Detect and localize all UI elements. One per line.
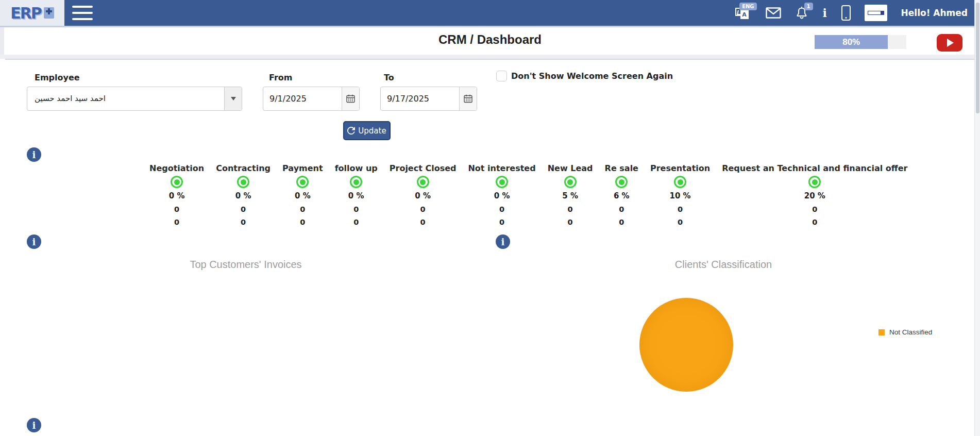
legend-label: Not Classified <box>889 328 932 336</box>
status-percent: 10 % <box>670 191 691 200</box>
status-column: Contracting 0 % 0 0 <box>216 164 271 226</box>
to-label: To <box>384 73 394 82</box>
status-amount: 0 <box>241 218 246 226</box>
status-target-icon <box>296 176 309 188</box>
status-target-icon <box>674 176 686 188</box>
status-amount: 0 <box>812 218 817 226</box>
status-target-icon <box>350 176 362 188</box>
progress-bar: 80% <box>815 35 906 49</box>
mail-icon[interactable] <box>766 7 781 19</box>
status-amount: 0 <box>568 218 573 226</box>
status-column: Request an Technical and financial offer… <box>722 164 907 226</box>
employee-select[interactable]: احمد سيد احمد حسين <box>27 87 242 111</box>
status-percent: 0 % <box>169 191 185 200</box>
status-count: 0 <box>678 205 683 213</box>
status-percent: 0 % <box>295 191 311 200</box>
status-label: Re sale <box>605 164 638 173</box>
calendar-icon <box>346 94 355 103</box>
vertical-scrollbar[interactable] <box>974 0 980 436</box>
status-column: Payment 0 % 0 0 <box>282 164 323 226</box>
status-column: follow up 0 % 0 0 <box>335 164 378 226</box>
status-column: Project Closed 0 % 0 0 <box>390 164 457 226</box>
from-label: From <box>269 73 292 82</box>
status-amount: 0 <box>300 218 305 226</box>
status-percent: 0 % <box>235 191 251 200</box>
status-count: 0 <box>619 205 624 213</box>
classification-pie-slice[interactable] <box>639 298 733 392</box>
status-percent: 5 % <box>562 191 578 200</box>
erp-logo-icon <box>44 7 54 19</box>
notifications-bell-icon[interactable]: 1 <box>795 5 808 21</box>
status-target-icon <box>417 176 429 188</box>
info-tooltip-icon[interactable] <box>496 234 510 249</box>
to-date-value: 9/17/2025 <box>381 87 458 110</box>
to-calendar-button[interactable] <box>459 87 477 110</box>
status-target-icon <box>615 176 628 188</box>
invoices-chart-title: Top Customers' Invoices <box>91 259 400 271</box>
status-amount: 0 <box>353 218 359 226</box>
status-count: 0 <box>174 205 179 213</box>
to-date-input[interactable]: 9/17/2025 <box>380 87 477 111</box>
welcome-screen-checkbox[interactable] <box>496 71 507 81</box>
status-percent: 6 % <box>614 191 630 200</box>
progress-fill: 80% <box>815 35 888 49</box>
language-icon[interactable]: ENG <box>734 5 752 21</box>
status-percent: 0 % <box>494 191 510 200</box>
calendar-icon <box>464 94 472 103</box>
status-column: New Lead 5 % 0 0 <box>548 164 593 226</box>
play-icon <box>947 39 954 47</box>
partner-logo-mark <box>868 11 884 15</box>
status-label: Payment <box>282 164 323 173</box>
lead-status-strip: Negotiation 0 % 0 0 Contracting 0 % 0 0 … <box>149 164 907 226</box>
status-label: Project Closed <box>390 164 457 173</box>
translate-page-front-icon <box>740 10 749 19</box>
employee-label: Employee <box>35 73 80 82</box>
update-button[interactable]: Update <box>343 121 391 140</box>
status-column: Negotiation 0 % 0 0 <box>149 164 204 226</box>
from-date-value: 9/1/2025 <box>263 87 341 110</box>
classification-chart-title: Clients' Classification <box>569 259 878 271</box>
from-date-input[interactable]: 9/1/2025 <box>263 87 360 111</box>
partner-logo[interactable] <box>865 5 887 21</box>
scrollbar-thumb[interactable] <box>976 3 979 113</box>
status-count: 0 <box>420 205 426 213</box>
user-greeting[interactable]: Hello! Ahmed <box>901 8 968 18</box>
status-label: Negotiation <box>149 164 204 173</box>
top-navbar: ERP ENG <box>0 0 980 26</box>
language-badge: ENG <box>739 3 756 10</box>
hamburger-menu-icon[interactable] <box>72 5 95 21</box>
status-count: 0 <box>353 205 359 213</box>
status-count: 0 <box>300 205 305 213</box>
chevron-down-icon <box>231 97 236 100</box>
welcome-screen-checkbox-label[interactable]: Don't Show Welcome Screen Again <box>511 71 673 81</box>
status-label: follow up <box>335 164 378 173</box>
status-column: Presentation 10 % 0 0 <box>650 164 710 226</box>
progress-label: 80% <box>842 37 860 47</box>
status-percent: 0 % <box>348 191 364 200</box>
status-amount: 0 <box>619 218 624 226</box>
info-tooltip-icon[interactable] <box>27 234 41 249</box>
legend-swatch <box>878 329 885 336</box>
from-calendar-button[interactable] <box>342 87 359 110</box>
crm-dashboard-page: ERP ENG <box>0 0 980 436</box>
status-target-icon <box>564 176 577 188</box>
classification-legend-item[interactable]: Not Classified <box>878 328 932 336</box>
status-label: Not interested <box>468 164 535 173</box>
status-percent: 0 % <box>415 191 431 200</box>
play-button[interactable] <box>937 34 962 52</box>
employee-select-arrow-button[interactable] <box>224 87 242 110</box>
status-target-icon <box>496 176 508 188</box>
status-count: 0 <box>499 205 504 213</box>
status-label: Request an Technical and financial offer <box>722 164 907 173</box>
update-button-label: Update <box>358 126 386 136</box>
status-percent: 20 % <box>804 191 825 200</box>
content-gap-strip <box>0 55 980 59</box>
info-tooltip-icon[interactable] <box>27 418 41 432</box>
refresh-icon <box>347 127 355 135</box>
status-label: Contracting <box>216 164 271 173</box>
info-tooltip-icon[interactable] <box>27 147 41 162</box>
erp-logo[interactable]: ERP <box>0 0 64 26</box>
mobile-icon[interactable] <box>841 5 851 21</box>
status-count: 0 <box>568 205 573 213</box>
info-icon[interactable] <box>822 5 827 21</box>
